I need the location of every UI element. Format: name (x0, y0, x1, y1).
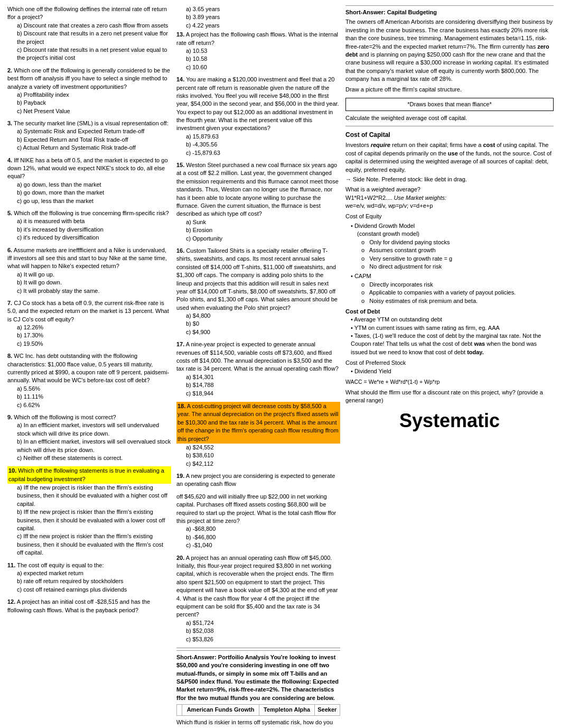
capm-item-1: o Directly incorporates risk (361, 281, 554, 289)
final-question: What should the ffirm use ffor a discoun… (345, 389, 554, 405)
use-bold: use (448, 150, 458, 156)
q13-num: 13. (176, 31, 184, 38)
q7-opt-a: a) 12.26% (17, 324, 171, 331)
q7-options: a) 12.26% b) 17.30% c) 19.50% (17, 324, 171, 348)
q13-options-abc: a) 3.65 years b) 3.89 years c) 4.22 year… (186, 5, 340, 30)
q14-num: 14. (176, 76, 184, 82)
q2-opt-c: c) Net Present Value (17, 107, 171, 115)
q19-text: A new project you are considering is exp… (176, 473, 335, 487)
q6-opt-a: a) It will go up. (17, 271, 171, 279)
q1-opt-b: b) Discount rate that results in a zero … (17, 30, 171, 46)
q9-opt-a: a) In an effficient market, investors wi… (17, 421, 171, 438)
q9-options: a) In an effficient market, investors wi… (17, 421, 171, 462)
q6-opt-b: b) It will go down. (17, 279, 171, 287)
q15-options: a) Sunk b) Erosion c) Opportunity (186, 218, 340, 243)
q17-num: 17. (176, 341, 184, 347)
q2-opt-b: b) Payback (17, 99, 171, 107)
q3-num: 3. (7, 120, 12, 126)
q8-options: a) 5.56% b) 11.11% c) 6.62% (17, 385, 171, 409)
cost-capital-section: Cost of Capital Investors require return… (345, 131, 554, 405)
question-11: 11. The cost off equity is equal to the:… (7, 561, 171, 594)
q4-text: Iff NIKE has a beta off 0.5, and the mar… (7, 157, 168, 180)
cost-debt-items: • Average YTM on outstanding debt • YTM … (351, 316, 554, 356)
q2-options: a) Proffitability index b) Payback c) Ne… (17, 91, 171, 115)
q9-opt-c: c) Neither off these statements is corre… (17, 454, 171, 462)
market-weights-italic: Use Market weights: (394, 195, 446, 201)
q10-opt-c: c) Iff the new project is riskier than t… (17, 532, 171, 557)
question-15: 15. Weston Steel purchased a new coal ff… (176, 161, 340, 243)
q15-num: 15. (176, 162, 184, 168)
big-text-systematic-line1: Systematic (345, 410, 554, 431)
short-answer-portfolio: Short-Answer: Portfoilio Analysis You're… (176, 650, 340, 728)
divider-right (345, 126, 554, 126)
q10-opt-a: a) Iff the new project is riskier than t… (17, 484, 171, 508)
q5-opt-c: c) it's reduced by diversiffication (17, 234, 171, 242)
dgm-subtitle: (constant growth model) (357, 230, 554, 238)
question-6: 6. Assume markets are inefffficient and … (7, 246, 171, 295)
q19-num: 19. (176, 473, 184, 479)
q7-opt-b: b) 17.30% (17, 331, 171, 339)
question-8: 8. WC Inc. has debt outstanding with the… (7, 352, 171, 409)
zero-debt-bold: zero debt (345, 43, 549, 58)
dgm-section: • Dividend Growth Model (constant growth… (351, 222, 554, 271)
q10-text: Which off the ffollowing statements is t… (8, 467, 164, 482)
question-12: 12. A project has an initial cost off -$… (7, 598, 171, 614)
q11-text: The cost off equity is equal to the: (17, 562, 104, 568)
q5-opt-b: b) it's increased by diversiffication (17, 226, 171, 234)
q7-num: 7. (7, 300, 12, 306)
q9-text: Which off the ffollowing is most correct… (14, 414, 116, 420)
cost-debt-item-3: • Taxes, (1-t) we'll reduce the cost of … (351, 332, 554, 356)
side-note: → Side Note. Preferred stock: like debt … (345, 176, 554, 183)
dgm-item-4: o No direct adjustment for risk (361, 263, 554, 271)
q20-options: a) $51,724 b) $52,038 c) $53,826 (186, 619, 340, 643)
q3-opt-a: a) Systematic Risk and Expected Return t… (17, 127, 171, 135)
q1-text: Which one off the ffollowing deffines th… (7, 6, 167, 20)
main-content: Which one off the ffollowing deffines th… (7, 5, 554, 728)
divider-1 (176, 648, 340, 648)
q18-text: A cost-cutting project will decrease cos… (177, 403, 339, 442)
sa-portfolio-title: Short-Answer: Portfoilio Analysis You're… (176, 653, 340, 702)
fund-col-amg: American Funds Growth (182, 705, 259, 715)
q3-text: The security market line (SML) is a visu… (14, 120, 169, 126)
draws-box: *Draws boxes that mean ffiance* (345, 98, 554, 111)
q6-text: Assume markets are inefffficient and a N… (7, 247, 167, 270)
cost-capital-title: Cost of Capital (345, 131, 554, 140)
q1-opt-a: a) Discount rate that creates a zero cas… (17, 22, 171, 30)
q2-text: Which one off the ffollowing is generall… (7, 67, 170, 90)
middle-column: a) 3.65 years b) 3.89 years c) 4.22 year… (176, 5, 340, 728)
q7-opt-c: c) 19.50% (17, 340, 171, 348)
q14-text: You are making a $120,000 investment and… (176, 76, 339, 131)
q8-num: 8. (7, 353, 12, 359)
sa-portfolio-subtitle: You're looking to invest $50,000 and you… (176, 654, 339, 701)
question-13: a) 3.65 years b) 3.89 years c) 4.22 year… (176, 5, 340, 71)
wacc-formula: WACC = We*re + Wd*rd*(1-t) + Wp*rp (345, 378, 554, 386)
q5-num: 5. (7, 210, 12, 216)
question-1: Which one off the ffollowing deffines th… (7, 5, 171, 62)
q9-num: 9. (7, 414, 12, 420)
question-3: 3. The security market line (SML) is a v… (7, 119, 171, 152)
cost-preferred-title: Cost of Preferred Stock (345, 359, 554, 367)
question-16: 16. Custom Tailored Shirts is a specialt… (176, 247, 340, 336)
q8-opt-a: a) 5.56% (17, 385, 171, 393)
fund-col-blank (177, 705, 182, 715)
capm-item-2: o Applicable to companies with a variety… (361, 289, 554, 297)
q10-opt-b: b) Iff the new project is riskier than t… (17, 508, 171, 532)
q5-text: Which off the ffollowing is true concern… (14, 210, 169, 216)
sa-capital-text: The owners off American Arborists are co… (345, 18, 554, 83)
q8-opt-c: c) 6.62% (17, 401, 171, 409)
q14-options: a) 15,879.63 b) -4,305.56 c) -15,879.63 (186, 133, 340, 157)
question-20: 20. A project has an annual operating ca… (176, 554, 340, 643)
cost-debt-title: Cost of Debt (345, 308, 554, 316)
weighted-avg-text: What is a weighted average? W1*R1+W2*R2.… (345, 186, 554, 210)
q3-opt-b: b) Expected Return and Total Risk trade-… (17, 136, 171, 144)
question-14: 14. You are making a $120,000 investment… (176, 76, 340, 157)
question-19: 19. A new project you are considering is… (176, 472, 340, 489)
q16-options: a) $4,800 b) $0 c) $4,900 (186, 312, 340, 336)
sa-portfolio-q1: Which ffund is riskier in terms off syst… (176, 718, 340, 728)
question-4: 4. Iff NIKE has a beta off 0.5, and the … (7, 156, 171, 205)
calc-wacc: Calculate the weighted average cost off … (345, 114, 554, 122)
q10-num: 10. (8, 467, 16, 474)
q1-options: a) Discount rate that creates a zero cas… (17, 22, 171, 62)
big-text-systematic: Systematic (345, 410, 554, 431)
q11-opt-c: c) cost off retained earnings plus divid… (17, 586, 171, 594)
